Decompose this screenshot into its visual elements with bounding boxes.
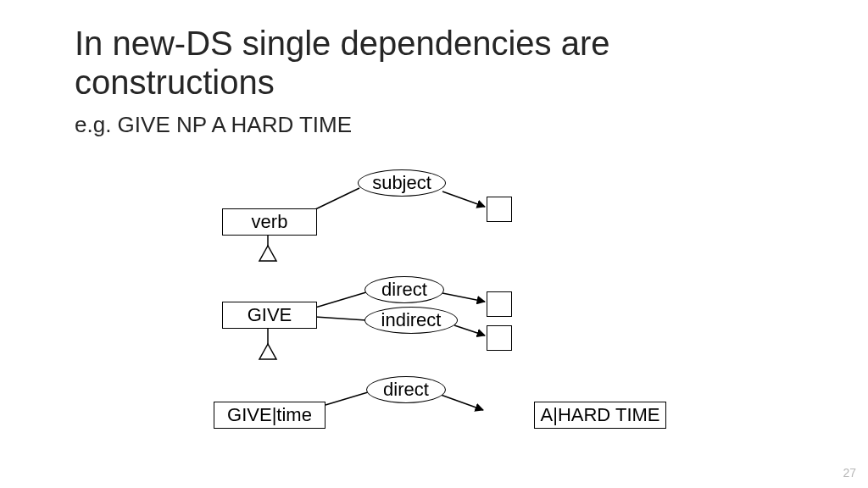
svg-line-5 (315, 317, 366, 320)
node-give: GIVE (222, 302, 317, 329)
node-verb: verb (222, 208, 317, 236)
svg-line-10 (326, 392, 368, 405)
svg-line-6 (442, 293, 485, 302)
node-give-time: GIVE|time (214, 402, 326, 429)
svg-line-7 (454, 325, 485, 336)
slide-subtitle: e.g. GIVE NP A HARD TIME (75, 112, 352, 138)
slide-title: In new-DS single dependencies are constr… (75, 24, 770, 102)
svg-line-11 (441, 395, 483, 410)
slide: In new-DS single dependencies are constr… (0, 0, 868, 488)
edge-direct-2: direct (366, 376, 446, 403)
svg-marker-9 (259, 344, 276, 359)
node-empty-1 (487, 197, 512, 222)
svg-marker-3 (259, 246, 276, 261)
svg-line-0 (314, 188, 359, 210)
node-a-hard-time: A|HARD TIME (534, 402, 666, 429)
edge-direct-1: direct (364, 276, 444, 303)
node-empty-2 (487, 291, 512, 317)
page-number: 27 (843, 466, 856, 480)
edge-indirect: indirect (364, 307, 458, 334)
node-empty-3 (487, 325, 512, 351)
edge-subject: subject (358, 169, 446, 197)
svg-line-4 (315, 292, 366, 308)
svg-line-1 (442, 191, 485, 207)
